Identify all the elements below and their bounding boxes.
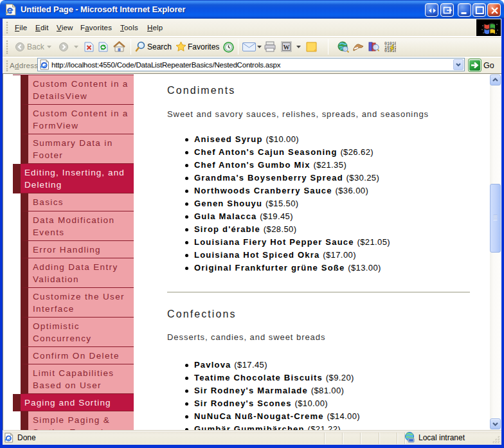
svg-text:W: W [284,44,290,51]
svg-text:01010: 01010 [384,49,396,52]
